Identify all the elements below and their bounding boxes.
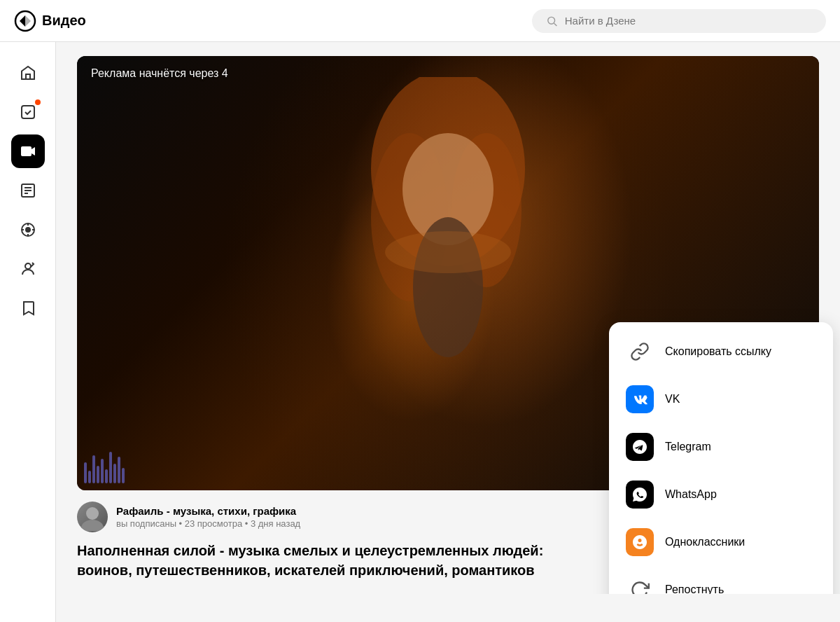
- copy-link-icon: [626, 338, 654, 366]
- share-whatsapp[interactable]: WhatsApp: [609, 471, 833, 518]
- home-icon: [20, 64, 36, 81]
- sidebar-item-bookmarks[interactable]: [11, 291, 45, 325]
- svg-rect-5: [26, 74, 30, 79]
- svg-marker-1: [20, 15, 25, 27]
- layout: Реклама начнётся через 4: [0, 0, 840, 594]
- ad-countdown-label: Реклама начнётся через 4: [91, 67, 228, 80]
- logo-link[interactable]: Видео: [14, 10, 86, 32]
- sidebar-item-video[interactable]: [11, 134, 45, 168]
- share-telegram[interactable]: Telegram: [609, 423, 833, 471]
- sidebar: [0, 42, 56, 594]
- svg-marker-8: [31, 147, 35, 156]
- subscriptions-icon: [20, 261, 36, 277]
- avatar-icon: [78, 503, 106, 531]
- search-icon: [546, 15, 558, 27]
- svg-point-22: [86, 507, 99, 520]
- video-wrapper: Реклама начнётся через 4: [77, 56, 819, 490]
- vk-label: VK: [665, 393, 680, 406]
- vk-icon: [626, 385, 654, 413]
- logo-text: Видео: [42, 13, 86, 29]
- sidebar-item-articles[interactable]: [11, 174, 45, 207]
- author-name[interactable]: Рафаиль - музыка, стихи, графика: [116, 505, 300, 517]
- svg-point-15: [25, 263, 31, 269]
- sidebar-item-home[interactable]: [11, 56, 45, 90]
- author-meta: вы подписаны • 23 просмотра • 3 дня наза…: [116, 518, 300, 529]
- share-repost[interactable]: Репостнуть: [609, 566, 833, 594]
- ok-icon: [626, 528, 654, 556]
- whatsapp-label: WhatsApp: [665, 488, 717, 501]
- svg-rect-6: [22, 106, 34, 118]
- podcasts-icon: [20, 221, 36, 238]
- sidebar-item-podcasts[interactable]: [11, 213, 45, 247]
- tasks-badge: [35, 99, 41, 105]
- svg-point-3: [548, 17, 555, 24]
- svg-point-14: [26, 228, 30, 232]
- repost-icon: [626, 576, 654, 594]
- author-avatar[interactable]: [77, 502, 108, 532]
- repost-label: Репостнуть: [665, 583, 724, 594]
- main-content: Реклама начнётся через 4: [56, 42, 840, 594]
- share-vk[interactable]: VK: [609, 375, 833, 423]
- video-icon: [20, 143, 36, 160]
- sidebar-item-subscriptions[interactable]: [11, 252, 45, 286]
- svg-rect-7: [21, 146, 31, 156]
- whatsapp-icon: [626, 481, 654, 509]
- copy-link-label: Скопировать ссылку: [665, 345, 771, 358]
- video-title: Наполненная силой - музыка смелых и целе…: [77, 541, 567, 580]
- tasks-icon: [20, 104, 36, 120]
- sidebar-item-tasks[interactable]: [11, 95, 45, 129]
- search-bar[interactable]: [532, 9, 826, 33]
- svg-point-21: [385, 231, 511, 273]
- bookmarks-icon: [20, 300, 36, 317]
- woman-figure: [326, 77, 570, 469]
- svg-line-4: [554, 23, 557, 26]
- telegram-icon: [626, 433, 654, 461]
- logo-icon: [14, 10, 36, 32]
- telegram-label: Telegram: [665, 441, 711, 453]
- ok-label: Одноклассники: [665, 536, 745, 548]
- share-copy-link[interactable]: Скопировать ссылку: [609, 328, 833, 375]
- share-ok[interactable]: Одноклассники: [609, 518, 833, 566]
- articles-icon: [20, 182, 36, 199]
- search-input[interactable]: [565, 15, 812, 27]
- waveform-left: [84, 452, 125, 483]
- share-dropdown: Скопировать ссылку VK: [609, 322, 833, 594]
- author-info: Рафаиль - музыка, стихи, графика вы подп…: [116, 505, 300, 529]
- svg-marker-2: [25, 15, 31, 27]
- header: Видео: [0, 0, 840, 42]
- svg-point-23: [81, 520, 104, 531]
